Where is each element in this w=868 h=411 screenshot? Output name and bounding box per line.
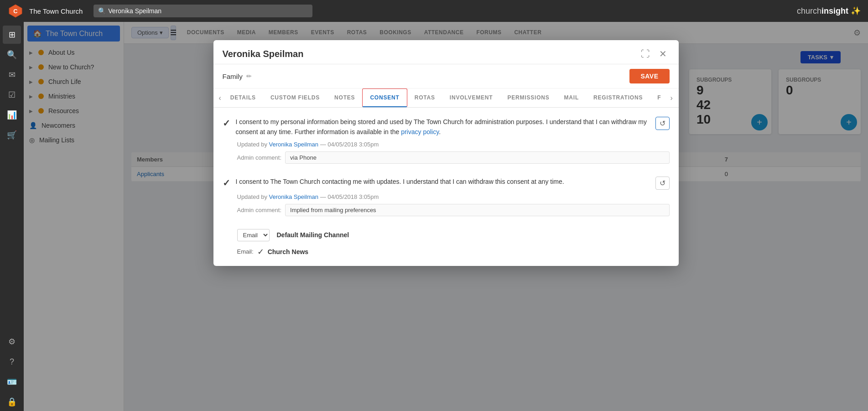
consent-updater-link-2[interactable]: Veronika Speilman: [269, 193, 318, 200]
mailing-channel-row: Email Default Mailing Channel: [237, 229, 670, 241]
admin-comment-label-2: Admin comment:: [237, 207, 282, 213]
tab-involvement[interactable]: INVOLVEMENT: [442, 89, 500, 107]
modal-header-actions: ⛶ ✕: [638, 47, 670, 60]
sidebar-icon-settings[interactable]: ⚙: [3, 333, 21, 351]
top-nav-right: churchinsight ✨: [797, 6, 861, 16]
consent-comment-row-2: Admin comment:: [237, 204, 670, 216]
tab-consent[interactable]: CONSENT: [362, 88, 407, 107]
tab-custom-fields[interactable]: CUSTOM FIELDS: [263, 89, 327, 107]
sidebar-icon-cart[interactable]: 🛒: [3, 126, 21, 144]
svg-text:C: C: [13, 8, 18, 15]
top-nav: C The Town Church 🔍 churchinsight ✨: [0, 0, 868, 22]
tab-notes[interactable]: NOTES: [327, 89, 362, 107]
consent-item-1: ✓ I consent to my personal information b…: [223, 117, 670, 164]
save-button[interactable]: SAVE: [629, 69, 669, 83]
search-wrap: 🔍: [94, 5, 312, 17]
modal-close-button[interactable]: ✕: [656, 47, 670, 60]
search-icon: 🔍: [98, 7, 106, 15]
consent-updater-link-1[interactable]: Veronika Speilman: [269, 141, 318, 148]
modal-overlay[interactable]: Veronika Speilman ⛶ ✕ Family ✏ SAVE ‹ DE…: [24, 22, 868, 411]
sidebar-icon-chart[interactable]: 📊: [3, 106, 21, 124]
tab-mail[interactable]: MAIL: [557, 89, 587, 107]
modal-expand-button[interactable]: ⛶: [638, 48, 653, 60]
consent-checkmark-1: ✓: [223, 118, 230, 129]
modal-body: ✓ I consent to my personal information b…: [213, 108, 679, 266]
consent-text-1: I consent to my personal information bei…: [236, 117, 650, 137]
consent-meta-1: Updated by Veronika Speilman — 04/05/201…: [237, 141, 670, 148]
sidebar-icon-grid[interactable]: ⊞: [3, 26, 21, 44]
sidebar-icon-search[interactable]: 🔍: [3, 46, 21, 64]
modal-header: Veronika Speilman ⛶ ✕: [213, 40, 679, 64]
church-news-label: Church News: [268, 248, 308, 255]
tab-more[interactable]: F: [650, 89, 668, 107]
family-tag: Family ✏: [223, 73, 252, 80]
church-news-check: ✓: [257, 247, 264, 257]
admin-comment-input-1[interactable]: [285, 151, 669, 164]
sidebar-icon-question[interactable]: ?: [3, 353, 21, 371]
consent-check-row-2: ✓ I consent to The Town Church contactin…: [223, 177, 670, 190]
modal-tabs: ‹ DETAILS CUSTOM FIELDS NOTES CONSENT RO…: [213, 88, 679, 108]
consent-comment-row-1: Admin comment:: [237, 151, 670, 164]
sidebar-icon-lock[interactable]: 🔒: [3, 393, 21, 411]
tab-details[interactable]: DETAILS: [223, 89, 263, 107]
tab-registrations[interactable]: REGISTRATIONS: [586, 89, 650, 107]
mailing-channel-label: Default Mailing Channel: [277, 231, 349, 239]
mailing-channel-select[interactable]: Email: [237, 229, 270, 241]
sidebar-icon-check[interactable]: ☑: [3, 86, 21, 104]
church-news-row: Email: ✓ Church News: [237, 247, 670, 257]
admin-comment-label-1: Admin comment:: [237, 154, 282, 161]
app-brand-logo: churchinsight ✨: [797, 6, 861, 16]
admin-comment-input-2[interactable]: [285, 204, 669, 216]
modal-title: Veronika Speilman: [223, 49, 638, 59]
consent-meta-2: Updated by Veronika Speilman — 04/05/201…: [237, 193, 670, 200]
search-input[interactable]: [94, 5, 312, 17]
sidebar-icon-id[interactable]: 🪪: [3, 373, 21, 391]
left-icon-bar: ⊞ 🔍 ✉ ☑ 📊 🛒 ⚙ ? 🪪 🔒: [0, 22, 24, 411]
tab-permissions[interactable]: PERMISSIONS: [500, 89, 556, 107]
consent-history-button-1[interactable]: ↺: [655, 117, 670, 130]
family-label: Family: [223, 73, 243, 80]
consent-item-2: ✓ I consent to The Town Church contactin…: [223, 177, 670, 216]
app-logo-icon: C: [7, 3, 24, 19]
modal-dialog: Veronika Speilman ⛶ ✕ Family ✏ SAVE ‹ DE…: [213, 40, 679, 266]
consent-checkmark-2: ✓: [223, 177, 230, 188]
consent-text-2: I consent to The Town Church contacting …: [236, 177, 650, 187]
tab-rotas[interactable]: ROTAS: [407, 89, 442, 107]
consent-history-button-2[interactable]: ↺: [655, 177, 670, 190]
modal-family-row: Family ✏ SAVE: [213, 64, 679, 88]
org-name-header: The Town Church: [29, 7, 83, 15]
sidebar-icon-mail[interactable]: ✉: [3, 66, 21, 84]
tabs-prev-arrow[interactable]: ‹: [217, 94, 223, 102]
email-label: Email:: [237, 248, 254, 255]
edit-icon[interactable]: ✏: [246, 73, 252, 80]
mailing-section: Email Default Mailing Channel Email: ✓ C…: [237, 229, 670, 257]
privacy-policy-link[interactable]: privacy policy: [401, 128, 439, 135]
tabs-next-arrow[interactable]: ›: [668, 94, 674, 102]
consent-check-row-1: ✓ I consent to my personal information b…: [223, 117, 670, 137]
